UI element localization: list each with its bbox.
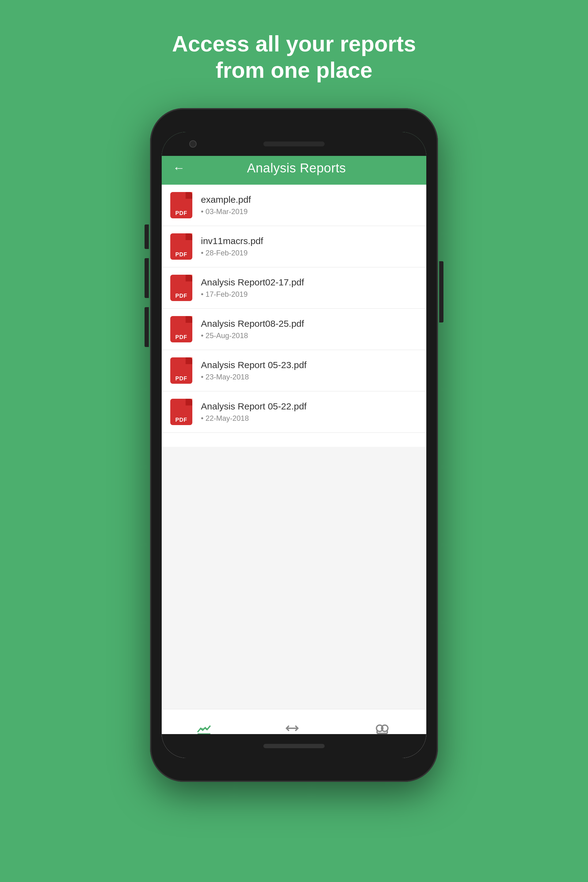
- file-info: Analysis Report 05-23.pdf • 23-May-2018: [201, 360, 306, 381]
- pdf-label: PDF: [176, 251, 188, 258]
- pdf-label: PDF: [176, 417, 188, 423]
- content-spacer: [162, 447, 426, 709]
- phone-shell: 92% ⚡ 11:15 ← Analysis Reports PDF: [150, 108, 438, 782]
- pdf-label: PDF: [176, 334, 188, 340]
- pdf-label: PDF: [176, 210, 188, 216]
- phone-button-left1: [144, 225, 149, 249]
- pdf-icon: PDF: [170, 233, 192, 260]
- phone-camera: [189, 140, 196, 148]
- phone-speaker: [263, 141, 325, 146]
- file-name: Analysis Report 05-23.pdf: [201, 360, 306, 370]
- app-bar: ← Analysis Reports: [162, 152, 426, 184]
- file-date: • 25-Aug-2018: [201, 332, 304, 340]
- file-item[interactable]: PDF Analysis Report 05-23.pdf • 23-May-2…: [162, 350, 426, 392]
- headline-line1: Access all your reports: [172, 31, 416, 57]
- pdf-label: PDF: [176, 293, 188, 299]
- file-date: • 17-Feb-2019: [201, 290, 304, 298]
- pdf-icon: PDF: [170, 357, 192, 384]
- file-name: Analysis Report 05-22.pdf: [201, 401, 306, 412]
- file-name: Analysis Report02-17.pdf: [201, 277, 304, 288]
- file-name: example.pdf: [201, 195, 251, 205]
- file-info: Analysis Report02-17.pdf • 17-Feb-2019: [201, 277, 304, 298]
- phone-home-indicator: [263, 744, 325, 748]
- file-item[interactable]: PDF inv11macrs.pdf • 28-Feb-2019: [162, 226, 426, 267]
- back-button[interactable]: ←: [170, 159, 188, 177]
- file-name: inv11macrs.pdf: [201, 236, 263, 246]
- file-item[interactable]: PDF Analysis Report02-17.pdf • 17-Feb-20…: [162, 267, 426, 309]
- phone-button-left3: [144, 307, 149, 347]
- screen-content: 92% ⚡ 11:15 ← Analysis Reports PDF: [162, 132, 426, 758]
- phone-top-bar: [162, 132, 426, 156]
- pdf-label: PDF: [176, 375, 188, 382]
- file-item[interactable]: PDF Analysis Report 05-22.pdf • 22-May-2…: [162, 392, 426, 433]
- file-info: Analysis Report 05-22.pdf • 22-May-2018: [201, 401, 306, 423]
- file-date: • 23-May-2018: [201, 373, 306, 381]
- file-date: • 22-May-2018: [201, 414, 306, 423]
- file-item[interactable]: PDF example.pdf • 03-Mar-2019: [162, 184, 426, 226]
- file-info: inv11macrs.pdf • 28-Feb-2019: [201, 236, 263, 257]
- app-bar-title: Analysis Reports: [188, 161, 405, 176]
- file-date: • 28-Feb-2019: [201, 249, 263, 257]
- headline-line2: from one place: [172, 57, 416, 83]
- pdf-icon: PDF: [170, 399, 192, 425]
- phone-bottom-bar: [162, 734, 426, 758]
- phone-button-left2: [144, 258, 149, 298]
- pdf-icon: PDF: [170, 192, 192, 218]
- phone-button-right: [439, 261, 444, 322]
- pdf-icon: PDF: [170, 316, 192, 342]
- phone-device: 92% ⚡ 11:15 ← Analysis Reports PDF: [150, 108, 438, 782]
- file-info: Analysis Report08-25.pdf • 25-Aug-2018: [201, 318, 304, 340]
- phone-screen: 92% ⚡ 11:15 ← Analysis Reports PDF: [162, 132, 426, 758]
- page-headline: Access all your reports from one place: [172, 31, 416, 84]
- file-info: example.pdf • 03-Mar-2019: [201, 195, 251, 216]
- file-date: • 03-Mar-2019: [201, 207, 251, 216]
- file-item[interactable]: PDF Analysis Report08-25.pdf • 25-Aug-20…: [162, 309, 426, 350]
- file-name: Analysis Report08-25.pdf: [201, 318, 304, 329]
- pdf-icon: PDF: [170, 275, 192, 301]
- file-list: PDF example.pdf • 03-Mar-2019 PDF inv11m…: [162, 184, 426, 447]
